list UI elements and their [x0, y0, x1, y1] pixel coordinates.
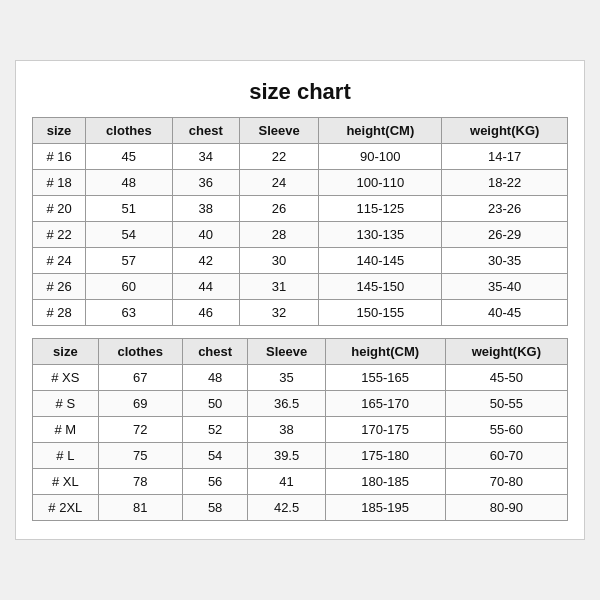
- table-cell: 145-150: [319, 274, 442, 300]
- table-cell: 57: [86, 248, 172, 274]
- table-cell: 155-165: [325, 365, 445, 391]
- table-cell: # 26: [33, 274, 86, 300]
- table-cell: 165-170: [325, 391, 445, 417]
- table-cell: 44: [172, 274, 239, 300]
- size-table-2: sizeclotheschestSleeveheight(CM)weight(K…: [32, 338, 568, 521]
- table-cell: 51: [86, 196, 172, 222]
- table-cell: 39.5: [248, 443, 325, 469]
- table-cell: 40-45: [442, 300, 568, 326]
- table-cell: # L: [33, 443, 99, 469]
- table-cell: 72: [98, 417, 182, 443]
- table-cell: 52: [182, 417, 248, 443]
- table-cell: # 20: [33, 196, 86, 222]
- table-row: # L755439.5175-18060-70: [33, 443, 568, 469]
- table-row: # 26604431145-15035-40: [33, 274, 568, 300]
- table-cell: 36.5: [248, 391, 325, 417]
- table-cell: # S: [33, 391, 99, 417]
- table-cell: 55-60: [445, 417, 567, 443]
- table-cell: 150-155: [319, 300, 442, 326]
- table-cell: 14-17: [442, 144, 568, 170]
- table-cell: 46: [172, 300, 239, 326]
- table1-header-row: sizeclotheschestSleeveheight(CM)weight(K…: [33, 118, 568, 144]
- table-cell: 35-40: [442, 274, 568, 300]
- table-cell: # 24: [33, 248, 86, 274]
- table-cell: 38: [248, 417, 325, 443]
- table2-header-cell: chest: [182, 339, 248, 365]
- table-cell: 180-185: [325, 469, 445, 495]
- table1-header-cell: clothes: [86, 118, 172, 144]
- table-row: # 28634632150-15540-45: [33, 300, 568, 326]
- table2-body: # XS674835155-16545-50# S695036.5165-170…: [33, 365, 568, 521]
- table-cell: 170-175: [325, 417, 445, 443]
- table1-header-cell: chest: [172, 118, 239, 144]
- table-cell: 36: [172, 170, 239, 196]
- table-cell: 45-50: [445, 365, 567, 391]
- table-cell: 35: [248, 365, 325, 391]
- table2-header-cell: weight(KG): [445, 339, 567, 365]
- table-cell: # 28: [33, 300, 86, 326]
- table-cell: 40: [172, 222, 239, 248]
- table-cell: 58: [182, 495, 248, 521]
- table-cell: 28: [239, 222, 318, 248]
- table-cell: 30: [239, 248, 318, 274]
- table1-body: # 1645342290-10014-17# 18483624100-11018…: [33, 144, 568, 326]
- table-row: # 20513826115-12523-26: [33, 196, 568, 222]
- table-cell: 23-26: [442, 196, 568, 222]
- table-row: # XS674835155-16545-50: [33, 365, 568, 391]
- table-cell: # XS: [33, 365, 99, 391]
- table-cell: 70-80: [445, 469, 567, 495]
- table-cell: 50-55: [445, 391, 567, 417]
- table-cell: 30-35: [442, 248, 568, 274]
- table-cell: 54: [86, 222, 172, 248]
- table-cell: # M: [33, 417, 99, 443]
- table-cell: 80-90: [445, 495, 567, 521]
- table-cell: 50: [182, 391, 248, 417]
- table-cell: # XL: [33, 469, 99, 495]
- table-cell: 185-195: [325, 495, 445, 521]
- table-cell: 38: [172, 196, 239, 222]
- table-cell: 45: [86, 144, 172, 170]
- table2-header-cell: Sleeve: [248, 339, 325, 365]
- table-cell: 81: [98, 495, 182, 521]
- table-cell: 100-110: [319, 170, 442, 196]
- table-cell: 42.5: [248, 495, 325, 521]
- table1-header-cell: weight(KG): [442, 118, 568, 144]
- table-cell: 130-135: [319, 222, 442, 248]
- table-cell: 32: [239, 300, 318, 326]
- table-cell: 60-70: [445, 443, 567, 469]
- chart-title: size chart: [32, 79, 568, 105]
- table2-header-cell: size: [33, 339, 99, 365]
- table-row: # 22544028130-13526-29: [33, 222, 568, 248]
- table-cell: 48: [86, 170, 172, 196]
- table-cell: 31: [239, 274, 318, 300]
- table-cell: 63: [86, 300, 172, 326]
- table1-header-cell: Sleeve: [239, 118, 318, 144]
- table-cell: # 2XL: [33, 495, 99, 521]
- table-cell: 78: [98, 469, 182, 495]
- table2-header-row: sizeclotheschestSleeveheight(CM)weight(K…: [33, 339, 568, 365]
- table-cell: 140-145: [319, 248, 442, 274]
- size-chart-container: size chart sizeclotheschestSleeveheight(…: [15, 60, 585, 540]
- table-cell: 18-22: [442, 170, 568, 196]
- table2-header-cell: height(CM): [325, 339, 445, 365]
- table-cell: # 16: [33, 144, 86, 170]
- table-cell: 54: [182, 443, 248, 469]
- table-cell: 90-100: [319, 144, 442, 170]
- table-cell: 67: [98, 365, 182, 391]
- table-cell: 60: [86, 274, 172, 300]
- table1-header-cell: size: [33, 118, 86, 144]
- table-cell: 175-180: [325, 443, 445, 469]
- table-cell: 22: [239, 144, 318, 170]
- table-row: # M725238170-17555-60: [33, 417, 568, 443]
- table-row: # 1645342290-10014-17: [33, 144, 568, 170]
- table-row: # XL785641180-18570-80: [33, 469, 568, 495]
- table-cell: # 18: [33, 170, 86, 196]
- table2-header-cell: clothes: [98, 339, 182, 365]
- table-cell: 41: [248, 469, 325, 495]
- table-cell: 56: [182, 469, 248, 495]
- table-cell: 24: [239, 170, 318, 196]
- table-cell: 26: [239, 196, 318, 222]
- table-cell: 48: [182, 365, 248, 391]
- table-cell: 34: [172, 144, 239, 170]
- table-cell: # 22: [33, 222, 86, 248]
